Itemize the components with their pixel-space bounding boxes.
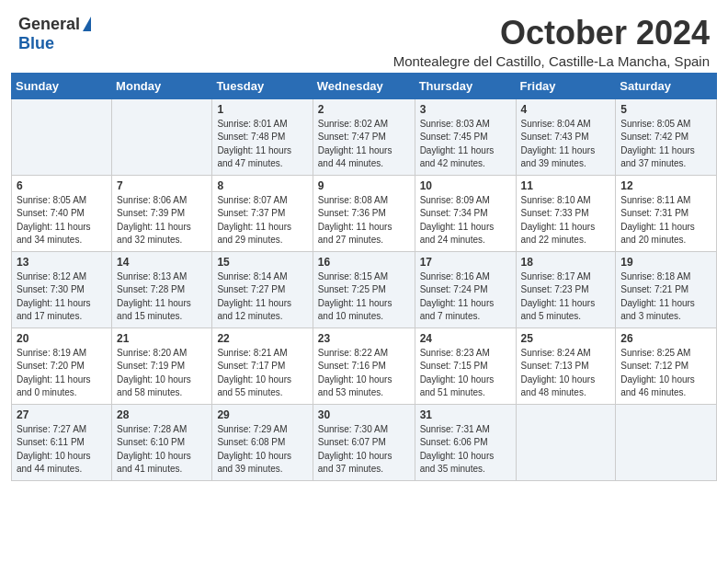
- cell-week1-day5: 4Sunrise: 8:04 AMSunset: 7:43 PMDaylight…: [516, 98, 616, 175]
- col-friday: Friday: [516, 73, 616, 98]
- day-number: 2: [318, 103, 410, 116]
- day-number: 28: [117, 408, 207, 421]
- week-row-2: 6Sunrise: 8:05 AMSunset: 7:40 PMDaylight…: [12, 175, 717, 251]
- day-number: 1: [217, 103, 307, 116]
- cell-week3-day5: 18Sunrise: 8:17 AMSunset: 7:23 PMDayligh…: [516, 251, 616, 327]
- day-number: 19: [620, 256, 711, 269]
- col-tuesday: Tuesday: [212, 73, 313, 98]
- cell-week4-day3: 23Sunrise: 8:22 AMSunset: 7:16 PMDayligh…: [313, 327, 415, 404]
- day-detail: Sunrise: 8:18 AMSunset: 7:21 PMDaylight:…: [620, 270, 711, 324]
- cell-week2-day1: 7Sunrise: 8:06 AMSunset: 7:39 PMDaylight…: [112, 175, 212, 251]
- day-detail: Sunrise: 8:04 AMSunset: 7:43 PMDaylight:…: [521, 118, 611, 171]
- day-number: 11: [521, 179, 611, 192]
- day-number: 22: [217, 332, 307, 345]
- day-number: 3: [420, 103, 511, 116]
- logo-general: General: [18, 15, 91, 34]
- col-monday: Monday: [112, 73, 212, 98]
- col-thursday: Thursday: [415, 73, 516, 98]
- cell-week5-day0: 27Sunrise: 7:27 AMSunset: 6:11 PMDayligh…: [12, 404, 112, 480]
- cell-week2-day0: 6Sunrise: 8:05 AMSunset: 7:40 PMDaylight…: [12, 175, 112, 251]
- cell-week4-day2: 22Sunrise: 8:21 AMSunset: 7:17 PMDayligh…: [212, 327, 313, 404]
- day-number: 29: [217, 408, 307, 421]
- day-detail: Sunrise: 8:13 AMSunset: 7:28 PMDaylight:…: [117, 270, 207, 324]
- day-detail: Sunrise: 8:09 AMSunset: 7:34 PMDaylight:…: [420, 194, 511, 247]
- day-number: 12: [620, 179, 711, 192]
- day-number: 5: [620, 103, 711, 116]
- day-detail: Sunrise: 8:03 AMSunset: 7:45 PMDaylight:…: [420, 118, 511, 171]
- day-detail: Sunrise: 8:11 AMSunset: 7:31 PMDaylight:…: [620, 194, 711, 247]
- cell-week5-day2: 29Sunrise: 7:29 AMSunset: 6:08 PMDayligh…: [212, 404, 313, 480]
- day-number: 24: [420, 332, 511, 345]
- day-detail: Sunrise: 8:14 AMSunset: 7:27 PMDaylight:…: [217, 270, 307, 324]
- day-detail: Sunrise: 8:08 AMSunset: 7:36 PMDaylight:…: [318, 194, 410, 247]
- month-title: October 2024: [393, 15, 710, 52]
- day-number: 13: [17, 256, 107, 269]
- day-detail: Sunrise: 8:10 AMSunset: 7:33 PMDaylight:…: [521, 194, 611, 247]
- day-number: 21: [117, 332, 207, 345]
- day-detail: Sunrise: 7:27 AMSunset: 6:11 PMDaylight:…: [17, 423, 107, 477]
- day-detail: Sunrise: 8:22 AMSunset: 7:16 PMDaylight:…: [318, 347, 410, 400]
- location-title: Montealegre del Castillo, Castille-La Ma…: [393, 53, 710, 69]
- cell-week3-day2: 15Sunrise: 8:14 AMSunset: 7:27 PMDayligh…: [212, 251, 313, 327]
- day-detail: Sunrise: 8:23 AMSunset: 7:15 PMDaylight:…: [420, 347, 511, 400]
- day-detail: Sunrise: 8:21 AMSunset: 7:17 PMDaylight:…: [217, 347, 307, 400]
- day-detail: Sunrise: 8:15 AMSunset: 7:25 PMDaylight:…: [318, 270, 410, 324]
- cell-week2-day5: 11Sunrise: 8:10 AMSunset: 7:33 PMDayligh…: [516, 175, 616, 251]
- day-detail: Sunrise: 8:16 AMSunset: 7:24 PMDaylight:…: [420, 270, 511, 324]
- cell-week4-day1: 21Sunrise: 8:20 AMSunset: 7:19 PMDayligh…: [112, 327, 212, 404]
- cell-week3-day3: 16Sunrise: 8:15 AMSunset: 7:25 PMDayligh…: [313, 251, 415, 327]
- week-row-3: 13Sunrise: 8:12 AMSunset: 7:30 PMDayligh…: [12, 251, 717, 327]
- day-number: 27: [17, 408, 107, 421]
- day-detail: Sunrise: 8:12 AMSunset: 7:30 PMDaylight:…: [17, 270, 107, 324]
- day-number: 18: [521, 256, 611, 269]
- day-detail: Sunrise: 8:24 AMSunset: 7:13 PMDaylight:…: [521, 347, 611, 400]
- day-detail: Sunrise: 7:29 AMSunset: 6:08 PMDaylight:…: [217, 423, 307, 477]
- cell-week1-day6: 5Sunrise: 8:05 AMSunset: 7:42 PMDaylight…: [616, 98, 717, 175]
- logo-triangle-icon: [83, 17, 91, 31]
- cell-week1-day4: 3Sunrise: 8:03 AMSunset: 7:45 PMDaylight…: [415, 98, 516, 175]
- day-detail: Sunrise: 8:02 AMSunset: 7:47 PMDaylight:…: [318, 118, 410, 171]
- cell-week2-day6: 12Sunrise: 8:11 AMSunset: 7:31 PMDayligh…: [616, 175, 717, 251]
- day-detail: Sunrise: 8:20 AMSunset: 7:19 PMDaylight:…: [117, 347, 207, 400]
- cell-week5-day1: 28Sunrise: 7:28 AMSunset: 6:10 PMDayligh…: [112, 404, 212, 480]
- calendar-header-row: Sunday Monday Tuesday Wednesday Thursday…: [12, 73, 717, 98]
- day-detail: Sunrise: 8:25 AMSunset: 7:12 PMDaylight:…: [620, 347, 711, 400]
- cell-week2-day4: 10Sunrise: 8:09 AMSunset: 7:34 PMDayligh…: [415, 175, 516, 251]
- day-number: 10: [420, 179, 511, 192]
- day-detail: Sunrise: 8:17 AMSunset: 7:23 PMDaylight:…: [521, 270, 611, 324]
- day-number: 23: [318, 332, 410, 345]
- day-number: 4: [521, 103, 611, 116]
- day-number: 20: [17, 332, 107, 345]
- cell-week5-day3: 30Sunrise: 7:30 AMSunset: 6:07 PMDayligh…: [313, 404, 415, 480]
- cell-week2-day2: 8Sunrise: 8:07 AMSunset: 7:37 PMDaylight…: [212, 175, 313, 251]
- day-detail: Sunrise: 7:28 AMSunset: 6:10 PMDaylight:…: [117, 423, 207, 477]
- calendar-wrap: Sunday Monday Tuesday Wednesday Thursday…: [0, 73, 728, 492]
- cell-week3-day4: 17Sunrise: 8:16 AMSunset: 7:24 PMDayligh…: [415, 251, 516, 327]
- day-number: 30: [318, 408, 410, 421]
- day-number: 8: [217, 179, 307, 192]
- day-detail: Sunrise: 8:19 AMSunset: 7:20 PMDaylight:…: [17, 347, 107, 400]
- cell-week4-day6: 26Sunrise: 8:25 AMSunset: 7:12 PMDayligh…: [616, 327, 717, 404]
- day-detail: Sunrise: 8:01 AMSunset: 7:48 PMDaylight:…: [217, 118, 307, 171]
- day-number: 17: [420, 256, 511, 269]
- logo: General Blue: [18, 15, 91, 53]
- day-detail: Sunrise: 7:31 AMSunset: 6:06 PMDaylight:…: [420, 423, 511, 477]
- week-row-5: 27Sunrise: 7:27 AMSunset: 6:11 PMDayligh…: [12, 404, 717, 480]
- title-block: October 2024 Montealegre del Castillo, C…: [393, 15, 710, 69]
- col-saturday: Saturday: [616, 73, 717, 98]
- day-detail: Sunrise: 8:06 AMSunset: 7:39 PMDaylight:…: [117, 194, 207, 247]
- cell-week4-day5: 25Sunrise: 8:24 AMSunset: 7:13 PMDayligh…: [516, 327, 616, 404]
- cell-week2-day3: 9Sunrise: 8:08 AMSunset: 7:36 PMDaylight…: [313, 175, 415, 251]
- day-number: 9: [318, 179, 410, 192]
- day-detail: Sunrise: 8:05 AMSunset: 7:40 PMDaylight:…: [17, 194, 107, 247]
- cell-week1-day2: 1Sunrise: 8:01 AMSunset: 7:48 PMDaylight…: [212, 98, 313, 175]
- cell-week1-day1: [112, 98, 212, 175]
- day-detail: Sunrise: 8:05 AMSunset: 7:42 PMDaylight:…: [620, 118, 711, 171]
- cell-week5-day6: [616, 404, 717, 480]
- cell-week3-day6: 19Sunrise: 8:18 AMSunset: 7:21 PMDayligh…: [616, 251, 717, 327]
- cell-week4-day4: 24Sunrise: 8:23 AMSunset: 7:15 PMDayligh…: [415, 327, 516, 404]
- day-detail: Sunrise: 8:07 AMSunset: 7:37 PMDaylight:…: [217, 194, 307, 247]
- day-number: 25: [521, 332, 611, 345]
- day-number: 6: [17, 179, 107, 192]
- col-sunday: Sunday: [12, 73, 112, 98]
